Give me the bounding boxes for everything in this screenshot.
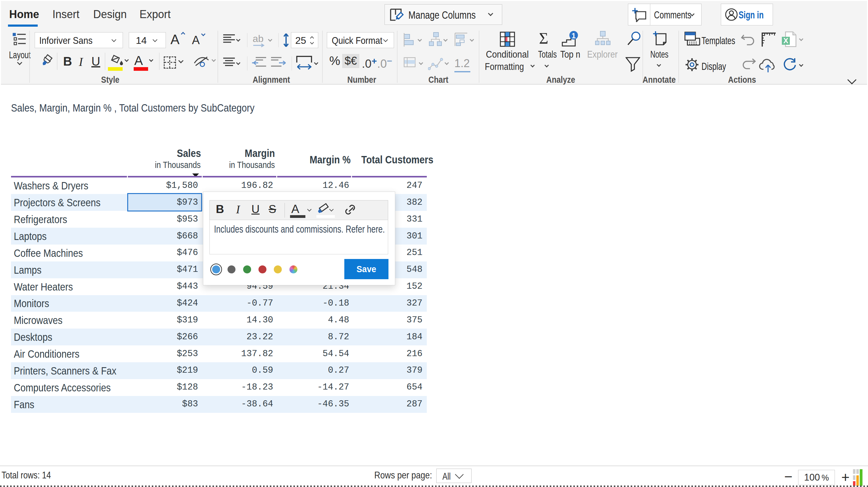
svg-text:1: 1 — [571, 32, 576, 40]
svg-text:X: X — [783, 36, 788, 45]
